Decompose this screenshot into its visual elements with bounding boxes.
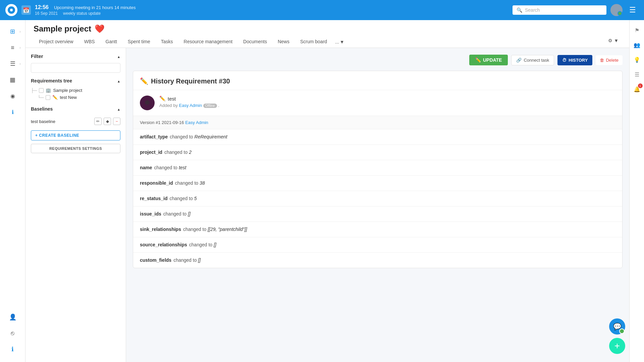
baseline-item: test baseline ✏ ◆ − xyxy=(31,115,120,128)
history-avatar: ❄ xyxy=(140,96,155,110)
calendar-icon[interactable]: 📅 xyxy=(21,5,31,15)
change-value-0: ReRequirement xyxy=(195,133,227,140)
change-text-2: changed to xyxy=(154,164,177,171)
tab-gantt[interactable]: Gantt xyxy=(100,36,122,48)
baseline-edit-btn[interactable]: ✏ xyxy=(94,118,102,125)
tab-scrum-board[interactable]: Scrum board xyxy=(295,36,332,48)
bar-chart-icon: ▦ xyxy=(10,76,15,83)
search-bar[interactable]: 🔍 Search xyxy=(513,5,606,15)
sidebar-logout-icon[interactable]: ⎋ xyxy=(4,326,21,341)
tab-resource-management[interactable]: Resource management xyxy=(178,36,238,48)
avatar[interactable] xyxy=(610,4,623,16)
req-tree-collapse-btn[interactable] xyxy=(117,78,120,83)
changes-list: artifact_type changed to ReRequirement p… xyxy=(133,129,622,268)
logo[interactable] xyxy=(5,4,17,16)
sidebar-bar-chart-icon[interactable]: ▦ xyxy=(4,72,21,87)
settings-gear-btn[interactable]: ⚙ ▼ xyxy=(605,37,621,45)
req-settings-button[interactable]: REQUIREMENTS SETTINGS xyxy=(31,144,120,153)
add-user-icon: 👤 xyxy=(9,313,16,321)
tab-project-overview[interactable]: Project overview xyxy=(34,36,79,48)
tree-checkbox-child[interactable] xyxy=(46,95,50,100)
history-entry-header: ❄ ✏️ test Added by Easy Admin Offline xyxy=(133,90,622,116)
change-value-2: test xyxy=(179,164,186,171)
flag-icon-btn[interactable]: ⚑ xyxy=(631,24,643,36)
change-row-0: artifact_type changed to ReRequirement xyxy=(133,129,622,145)
change-field-7: source_relationships xyxy=(140,241,187,248)
user-search-icon-btn[interactable]: 👥 xyxy=(631,39,643,51)
add-fab-button[interactable]: + xyxy=(609,338,625,354)
change-text-3: changed to xyxy=(175,180,198,187)
sidebar-doc-icon[interactable]: ☰ › xyxy=(4,56,21,71)
notification-icon-btn[interactable]: 🔔 1 xyxy=(631,83,643,95)
grid-icon: ⊞ xyxy=(10,28,15,35)
add-icon: + xyxy=(614,341,620,351)
tree-item-icon-root: 🏢 xyxy=(46,88,51,93)
project-nav: Project overview WBS Gantt Spent time Ta… xyxy=(34,36,621,48)
history-button[interactable]: ⏱ HISTORY xyxy=(557,55,592,65)
change-text-0: changed to xyxy=(170,133,193,140)
offline-badge: Offline xyxy=(203,104,217,108)
sidebar-grid-icon[interactable]: ⊞ › xyxy=(4,24,21,39)
tab-wbs[interactable]: WBS xyxy=(79,36,100,48)
connect-task-button[interactable]: 🔗 Connect task xyxy=(511,55,554,65)
detail-toolbar: ✏️ UPDATE 🔗 Connect task ⏱ HISTORY 🗑 Del… xyxy=(133,55,623,65)
tree-item-child[interactable]: └─ ✏️ test New xyxy=(31,94,120,101)
filter-header: Filter xyxy=(31,53,120,59)
connect-icon: 🔗 xyxy=(516,58,522,63)
change-text-6: changed to xyxy=(183,226,206,233)
sidebar-add-user-icon[interactable]: 👤 xyxy=(4,310,21,324)
baseline-diamond-btn[interactable]: ◆ xyxy=(104,118,111,125)
tree-checkbox-root[interactable] xyxy=(39,88,44,93)
change-value-8: [] xyxy=(198,257,201,264)
project-title: Sample project ❤️ xyxy=(34,24,621,34)
change-text-8: changed to xyxy=(173,257,197,264)
baselines-header: Baselines xyxy=(31,106,120,112)
sidebar-pie-chart-icon[interactable]: ◉ xyxy=(4,88,21,103)
tree-item-label-root: Sample project xyxy=(53,88,82,93)
delete-button[interactable]: 🗑 Delete xyxy=(596,55,623,65)
history-label: HISTORY xyxy=(569,58,588,63)
left-sidebar: ⊞ › ≡ › ☰ › ▦ ◉ ℹ 👤 ⎋ ℹ xyxy=(0,20,25,362)
tab-spent-time[interactable]: Spent time xyxy=(122,36,156,48)
create-baseline-button[interactable]: + CREATE BASELINE xyxy=(31,130,120,140)
change-value-7: [] xyxy=(214,241,216,248)
doc-icon: ☰ xyxy=(10,60,15,67)
baseline-delete-btn[interactable]: − xyxy=(113,118,120,125)
version-author-link[interactable]: Easy Admin xyxy=(185,120,208,125)
hamburger-menu[interactable]: ☰ xyxy=(627,4,639,16)
filter-input[interactable] xyxy=(31,63,120,73)
tab-documents[interactable]: Documents xyxy=(238,36,272,48)
change-row-5: issue_ids changed to [] xyxy=(133,206,622,222)
update-button[interactable]: ✏️ UPDATE xyxy=(469,55,508,65)
sidebar-list-icon[interactable]: ≡ › xyxy=(4,40,21,55)
expand-arrow: › xyxy=(19,62,20,66)
user-search-icon: 👥 xyxy=(634,42,640,48)
baseline-name: test baseline xyxy=(31,119,92,124)
bulb-icon-btn[interactable]: 💡 xyxy=(631,54,643,66)
filter-collapse-btn[interactable] xyxy=(117,53,120,59)
tab-tasks[interactable]: Tasks xyxy=(156,36,178,48)
sidebar-info-icon[interactable]: ℹ xyxy=(4,342,21,357)
change-field-0: artifact_type xyxy=(140,133,168,140)
bulb-icon: 💡 xyxy=(634,57,640,63)
tab-news[interactable]: News xyxy=(272,36,295,48)
sidebar-alert-icon[interactable]: ℹ xyxy=(4,105,21,119)
main-content: Sample project ❤️ Project overview WBS G… xyxy=(25,20,629,362)
nav-more-button[interactable]: ... ▼ xyxy=(332,37,347,47)
entry-dot: . xyxy=(218,103,219,108)
change-row-6: sink_relationships changed to [[29, "par… xyxy=(133,222,622,237)
chat-fab-button[interactable]: 💬 xyxy=(609,318,625,335)
change-text-5: changed to xyxy=(163,210,186,218)
change-field-1: project_id xyxy=(140,149,162,156)
baselines-collapse-btn[interactable] xyxy=(117,106,120,112)
change-value-1: 2 xyxy=(189,149,192,156)
change-text-4: changed to xyxy=(169,195,193,202)
project-name: Sample project xyxy=(34,24,91,34)
connect-label: Connect task xyxy=(524,58,549,63)
detail-title-icon: ✏️ xyxy=(140,77,148,85)
tree-child-dash-icon: └─ xyxy=(38,95,44,100)
tree-item-root[interactable]: ├─ 🏢 Sample project xyxy=(31,87,120,94)
change-field-2: name xyxy=(140,164,152,171)
list-detail-icon-btn[interactable]: ☰ xyxy=(631,68,643,80)
entry-author-link[interactable]: Easy Admin xyxy=(179,103,202,108)
